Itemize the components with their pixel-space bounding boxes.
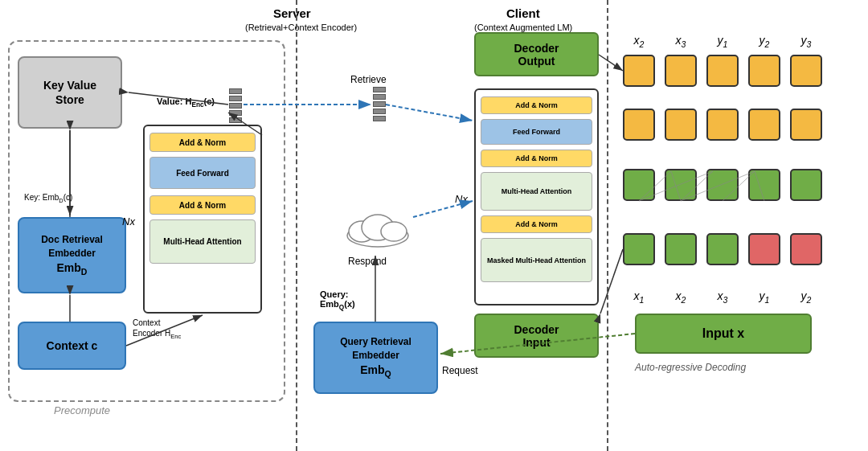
enc-add-norm-1: Add & Norm <box>149 133 256 152</box>
decoder-input-label: DecoderInput <box>514 323 559 349</box>
auto-regressive-label: Auto-regressive Decoding <box>635 362 746 373</box>
node-r1-3 <box>706 55 739 87</box>
value-stacked-bars <box>229 88 242 123</box>
token-y1-top: y1 <box>706 34 739 49</box>
neural-row-2 <box>623 109 822 141</box>
node-r3-3 <box>706 169 739 201</box>
token-y1-bot: y1 <box>748 289 780 305</box>
neural-row-3 <box>623 169 822 201</box>
query-embedder-label: Query RetrievalEmbedderEmbQ <box>340 335 411 379</box>
node-r2-2 <box>665 109 697 141</box>
doc-embedder-box: Doc RetrievalEmbedderEmbD <box>18 217 126 293</box>
server-sub: (Retrieval+Context Encoder) <box>245 23 357 32</box>
node-r4-2 <box>665 233 697 265</box>
dec-add-norm-3: Add & Norm <box>481 215 592 233</box>
context-enc-label: ContextEncoder HEnc <box>133 318 181 341</box>
precompute-label: Precompute <box>54 404 110 416</box>
node-r1-2 <box>665 55 697 87</box>
token-x3-top: x3 <box>665 34 697 49</box>
dec-masked-mha: Masked Multi-Head Attention <box>481 238 592 282</box>
node-r4-4 <box>748 233 780 265</box>
server-label: Server <box>273 6 311 20</box>
query-label: Query:EmbQ(x) <box>320 289 355 311</box>
token-y2-top: y2 <box>748 34 780 49</box>
kv-store-label: Key ValueStore <box>43 78 96 107</box>
svg-line-20 <box>600 249 623 314</box>
dec-mha: Multi-Head Attention <box>481 172 592 211</box>
node-r2-4 <box>748 109 780 141</box>
token-y3-top: y3 <box>790 34 822 49</box>
token-x3-bot: x3 <box>706 289 739 305</box>
doc-embedder-label: Doc RetrievalEmbedderEmbD <box>41 233 103 277</box>
cloud-icon <box>342 207 414 252</box>
enc-add-norm-2: Add & Norm <box>149 195 256 215</box>
client-label: Client <box>506 6 540 20</box>
node-r1-4 <box>748 55 780 87</box>
request-label: Request <box>442 365 478 376</box>
token-y2-bot: y2 <box>790 289 822 305</box>
decoder-output-box: DecoderOutput <box>474 32 599 76</box>
respond-label: Respond <box>348 256 387 267</box>
node-r1-1 <box>623 55 655 87</box>
node-r3-5 <box>790 169 822 201</box>
divider-client-neural <box>607 0 608 451</box>
input-x-label: Input x <box>702 326 744 341</box>
node-r3-4 <box>748 169 780 201</box>
key-label: Key: EmbD(c) <box>24 193 72 204</box>
decoder-input-box: DecoderInput <box>474 314 599 358</box>
neural-row-1 <box>623 55 822 87</box>
node-r3-2 <box>665 169 697 201</box>
encoder-block: Nx Add & Norm Feed Forward Add & Norm Mu… <box>143 125 262 314</box>
neural-row-4 <box>623 233 822 265</box>
decoder-block: Nx Add & Norm Feed Forward Add & Norm Mu… <box>474 88 599 305</box>
node-r4-1 <box>623 233 655 265</box>
node-r4-3 <box>706 233 739 265</box>
node-r1-5 <box>790 55 822 87</box>
dec-feed-forward: Feed Forward <box>481 119 592 145</box>
retrieve-label: Retrieve <box>350 74 387 85</box>
enc-feed-forward: Feed Forward <box>149 157 256 189</box>
top-token-row: x2 x3 y1 y2 y3 <box>623 34 822 49</box>
token-x2-bot: x2 <box>665 289 697 305</box>
svg-line-19 <box>599 55 623 71</box>
node-r2-5 <box>790 109 822 141</box>
enc-mha: Multi-Head Attention <box>149 219 256 264</box>
bottom-token-row: x1 x2 x3 y1 y2 <box>623 289 822 305</box>
value-label: Value: HEnc(c) <box>157 96 215 109</box>
dec-nx-label: Nx <box>455 193 468 205</box>
context-c-label: Context c <box>47 339 98 352</box>
token-x2-top: x2 <box>623 34 655 49</box>
node-r3-1 <box>623 169 655 201</box>
node-r2-3 <box>706 109 739 141</box>
svg-line-15 <box>386 105 473 121</box>
enc-nx-label: Nx <box>122 215 135 228</box>
dec-add-norm-2: Add & Norm <box>481 150 592 167</box>
node-r4-5 <box>790 233 822 265</box>
client-sub: (Context Augmented LM) <box>474 23 572 32</box>
context-c-box: Context c <box>18 322 126 370</box>
retrieve-stacked-bars <box>373 87 386 121</box>
decoder-output-label: DecoderOutput <box>514 42 559 68</box>
svg-point-3 <box>381 222 407 241</box>
query-embedder-box: Query RetrievalEmbedderEmbQ <box>313 322 438 394</box>
token-x1-bot: x1 <box>623 289 655 305</box>
divider-server-client <box>296 0 297 451</box>
input-x-box: Input x <box>635 314 812 354</box>
dec-add-norm-1: Add & Norm <box>481 96 592 114</box>
kv-store-box: Key ValueStore <box>18 56 122 129</box>
node-r2-1 <box>623 109 655 141</box>
